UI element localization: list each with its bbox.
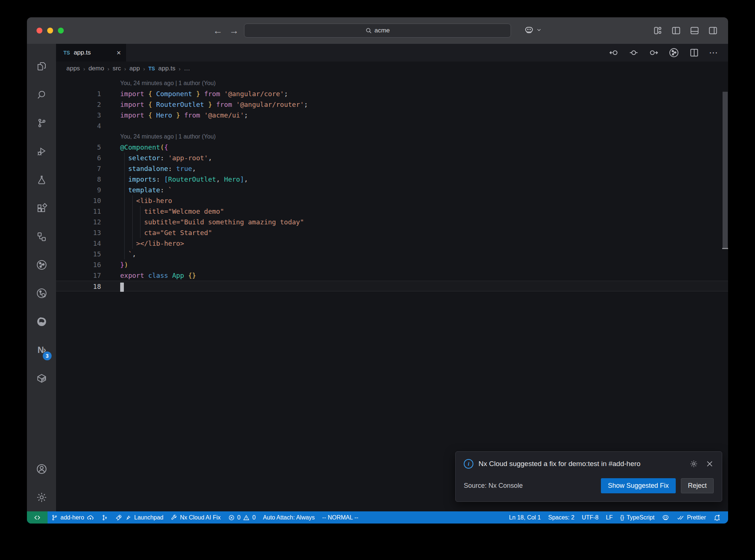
auto-attach-status[interactable]: Auto Attach: Always [259,511,319,524]
double-check-icon [677,514,684,521]
run-debug-icon[interactable] [27,137,56,165]
extensions-icon[interactable] [27,194,56,222]
open-commit-graph-icon[interactable] [668,47,679,58]
split-editor-icon[interactable] [689,48,699,58]
indent-guide [132,217,133,227]
command-center-search[interactable]: acme [244,24,511,38]
git-branch-icon [51,514,58,521]
tab-close-icon[interactable]: × [116,49,121,57]
eol-status[interactable]: LF [602,511,616,524]
cursor-position-status[interactable]: Ln 18, Col 1 [505,511,544,524]
rocket-icon [115,514,122,521]
testing-icon[interactable] [27,165,56,194]
code-line: 17export class App {} [56,270,728,281]
notification-title: Nx Cloud suggested a fix for demo:test i… [479,460,640,468]
edge-tools-icon[interactable] [27,307,56,336]
git-branch-status[interactable]: add-hero [48,511,98,524]
breadcrumb: apps › demo › src › app › TS app.ts › … [56,62,728,76]
explorer-icon[interactable] [27,52,56,80]
text-cursor [120,283,124,292]
toggle-secondary-sidebar-icon[interactable] [708,26,718,35]
source-control-icon[interactable] [27,109,56,137]
customize-layout-icon[interactable] [653,26,662,35]
remote-indicator[interactable] [27,511,48,524]
more-actions-icon[interactable]: ⋯ [709,48,719,58]
typescript-file-icon: TS [63,50,70,56]
chevron-down-icon [536,27,542,32]
indent-guide [132,238,133,249]
encoding-status[interactable]: UTF-8 [578,511,602,524]
settings-gear-icon[interactable] [27,483,56,511]
indent-guide [124,217,125,227]
toggle-primary-sidebar-icon[interactable] [671,26,681,35]
breadcrumb-item[interactable]: … [184,65,190,72]
search-value: acme [375,27,390,34]
commit-graph-status[interactable] [98,511,112,524]
notification-close-icon[interactable] [706,459,714,468]
search-view-icon[interactable] [27,80,56,109]
show-suggested-fix-button[interactable]: Show Suggested Fix [601,478,676,493]
indent-guide [124,163,125,174]
code-line: 1import { Component } from '@angular/cor… [56,88,728,99]
traffic-lights [36,28,64,34]
breadcrumb-item[interactable]: app.ts [158,65,175,72]
containers-icon[interactable] [27,364,56,392]
toggle-panel-icon[interactable] [690,26,699,35]
line-number: 12 [56,217,120,227]
reject-button[interactable]: Reject [681,478,714,493]
blame-annotation-row: You, 24 minutes ago | 1 author (You) [56,78,728,88]
code-editor[interactable]: You, 24 minutes ago | 1 author (You)1imp… [56,76,728,511]
editor-scrollbar[interactable] [722,76,728,511]
copilot-status[interactable] [658,511,673,524]
code-line: 5@Component({ [56,142,728,153]
breadcrumb-item[interactable]: app [129,65,140,72]
prettier-status[interactable]: Prettier [673,511,710,524]
notification-settings-gear-icon[interactable] [689,459,698,468]
previous-change-icon[interactable] [609,48,619,58]
navigate-forward-icon[interactable]: → [229,25,239,36]
launchpad-status[interactable]: Launchpad [112,511,167,524]
line-number: 13 [56,227,120,238]
close-window-button[interactable] [36,28,42,34]
current-change-icon[interactable] [629,48,639,58]
scrollbar-thumb[interactable] [723,92,728,248]
search-commits-icon[interactable] [27,279,56,307]
code-line: 6 selector: 'app-root', [56,153,728,163]
code-line: 13 cta="Get Started" [56,227,728,238]
nx-console-icon[interactable]: N› 3 [27,336,56,364]
minimize-window-button[interactable] [47,28,53,34]
indent-guide [140,217,140,227]
language-mode-status[interactable]: {} TypeScript [616,511,658,524]
breadcrumb-item[interactable]: demo [88,65,104,72]
project-graph-icon[interactable] [27,222,56,251]
indent-guide [124,185,125,195]
typescript-file-icon: TS [148,66,155,71]
accounts-icon[interactable] [27,455,56,483]
tab-label: app.ts [74,49,91,56]
nx-cloud-fix-status[interactable]: Nx Cloud AI Fix [167,511,224,524]
tab-app-ts[interactable]: TS app.ts × [56,44,126,62]
copilot-icon[interactable] [524,25,534,35]
tab-strip: TS app.ts × [56,44,728,62]
indentation-status[interactable]: Spaces: 2 [544,511,578,524]
problems-status[interactable]: 0 0 [225,511,260,524]
notifications-bell-icon[interactable] [710,511,724,524]
navigate-back-icon[interactable]: ← [213,25,223,36]
nx-badge: 3 [43,351,52,360]
zoom-window-button[interactable] [58,28,64,34]
indent-guide [124,238,125,249]
breadcrumb-item[interactable]: src [112,65,121,72]
next-change-icon[interactable] [648,48,659,58]
indent-guide [140,227,140,238]
scrollbar-cursor-marker [722,248,728,249]
indent-guide [124,174,125,185]
line-number: 6 [56,153,120,163]
indent-guide [132,195,133,206]
vim-mode-status[interactable]: -- NORMAL -- [319,511,362,524]
code-line: 4 [56,120,728,131]
breadcrumb-item[interactable]: apps [66,65,80,72]
indent-guide [124,153,125,163]
commit-graph-icon[interactable] [27,251,56,279]
code-line: 7 standalone: true, [56,163,728,174]
line-number: 7 [56,163,120,174]
